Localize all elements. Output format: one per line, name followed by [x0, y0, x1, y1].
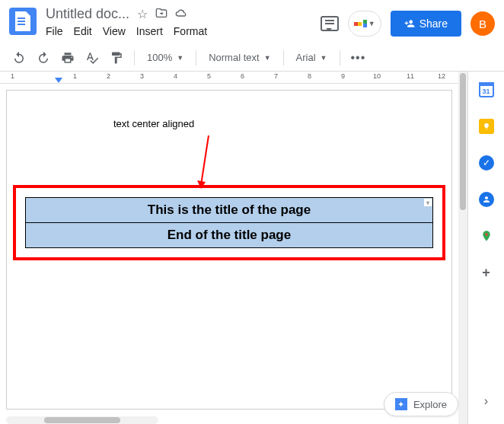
meet-button[interactable]: ▼ [348, 11, 381, 37]
chevron-down-icon: ▼ [368, 20, 375, 27]
indent-marker[interactable] [55, 78, 62, 83]
star-icon[interactable]: ☆ [137, 7, 148, 21]
meet-icon [354, 22, 362, 26]
redo-button[interactable] [33, 48, 53, 68]
ruler[interactable]: 1 1 2 3 4 5 6 7 8 9 10 11 12 [0, 72, 458, 84]
spellcheck-button[interactable] [82, 48, 102, 68]
meet-icon-2 [363, 20, 367, 27]
expand-icon[interactable]: › [479, 394, 494, 409]
zoom-dropdown[interactable]: 100%▼ [142, 52, 188, 63]
svg-point-2 [485, 233, 487, 235]
contacts-icon[interactable] [479, 192, 494, 207]
explore-button[interactable]: ✦ Explore [384, 392, 458, 416]
side-panel: 31 ✓ + › [467, 72, 504, 424]
keep-icon[interactable] [479, 119, 494, 134]
add-icon[interactable]: + [479, 265, 494, 280]
menu-bar: File Edit View Insert Format [46, 25, 321, 37]
share-button[interactable]: Share [391, 11, 461, 37]
toolbar: 100%▼ Normal text▼ Arial▼ ••• [0, 44, 504, 72]
svg-line-0 [201, 135, 209, 185]
document-area: 1 1 2 3 4 5 6 7 8 9 10 11 12 text center… [0, 72, 458, 424]
print-button[interactable] [58, 48, 78, 68]
document-page[interactable]: text center aligned This is the title of… [6, 90, 452, 410]
tasks-icon[interactable]: ✓ [479, 155, 494, 171]
explore-label: Explore [413, 399, 447, 410]
menu-file[interactable]: File [46, 25, 63, 37]
content-table[interactable]: This is the title of the page▾ End of th… [25, 197, 433, 248]
table-cell-1[interactable]: This is the title of the page▾ [26, 198, 433, 223]
undo-button[interactable] [9, 48, 29, 68]
font-dropdown[interactable]: Arial▼ [292, 52, 332, 63]
menu-edit[interactable]: Edit [74, 25, 92, 37]
horizontal-scrollbar[interactable] [6, 416, 158, 424]
menu-format[interactable]: Format [174, 25, 207, 37]
share-label: Share [419, 18, 448, 30]
chevron-down-icon: ▼ [321, 54, 327, 62]
comments-icon[interactable] [321, 16, 339, 31]
move-icon[interactable] [155, 7, 167, 22]
chevron-down-icon: ▼ [264, 54, 271, 62]
style-dropdown[interactable]: Normal text▼ [204, 52, 275, 63]
annotation-text: text center aligned [113, 118, 194, 129]
calendar-icon[interactable]: 31 [479, 82, 494, 97]
explore-star-icon: ✦ [395, 398, 407, 410]
arrow-icon [178, 132, 224, 193]
chevron-down-icon: ▼ [177, 54, 183, 62]
paint-format-button[interactable] [107, 48, 126, 68]
account-avatar[interactable]: B [471, 11, 495, 36]
menu-insert[interactable]: Insert [136, 25, 163, 37]
menu-view[interactable]: View [103, 25, 126, 37]
maps-icon[interactable] [479, 228, 494, 244]
document-title[interactable]: Untitled doc... [46, 6, 129, 22]
vertical-scrollbar[interactable] [458, 72, 467, 424]
person-add-icon [404, 18, 415, 29]
docs-logo[interactable] [9, 8, 37, 35]
more-button[interactable]: ••• [348, 48, 369, 68]
cell-handle-icon[interactable]: ▾ [424, 199, 432, 206]
cloud-icon[interactable] [175, 7, 187, 22]
table-cell-2[interactable]: End of the title page [26, 223, 433, 248]
highlight-box: This is the title of the page▾ End of th… [13, 185, 445, 260]
